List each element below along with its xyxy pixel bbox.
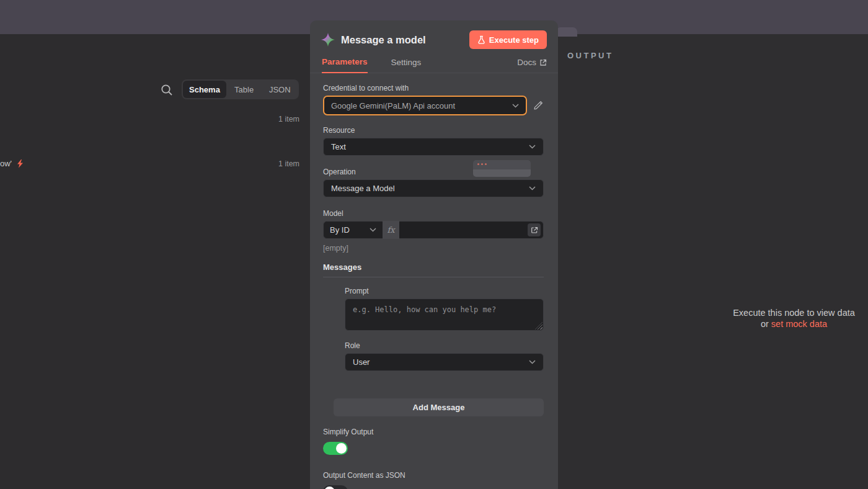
input-view-switcher: Schema Table JSON — [182, 79, 299, 99]
model-id-input[interactable] — [399, 221, 544, 239]
role-label: Role — [345, 341, 544, 350]
docs-label: Docs — [517, 58, 536, 67]
model-empty-hint: [empty] — [323, 244, 544, 253]
tab-schema[interactable]: Schema — [183, 81, 226, 98]
resource-label: Resource — [323, 126, 544, 135]
resource-select[interactable]: Text — [323, 138, 544, 156]
chevron-down-icon — [370, 228, 376, 232]
pencil-icon[interactable] — [533, 100, 544, 111]
modal-header: Message a model Execute step — [310, 20, 558, 49]
node-title: Message a model — [341, 34, 426, 46]
output-json-toggle[interactable] — [323, 485, 348, 489]
tab-json[interactable]: JSON — [262, 81, 298, 98]
prompt-label: Prompt — [345, 287, 544, 295]
node-settings-modal: Message a model Execute step Parameters … — [310, 20, 558, 489]
fading-parameter-tooltip — [473, 160, 531, 177]
chevron-down-icon — [529, 186, 536, 191]
node-name-truncated: ow' — [0, 159, 12, 168]
tab-settings[interactable]: Settings — [391, 58, 422, 73]
model-label: Model — [323, 209, 544, 218]
credential-value: Google Gemini(PaLM) Api account — [331, 101, 455, 110]
model-mode-select[interactable]: By ID — [323, 221, 383, 239]
output-empty-prefix: or — [761, 319, 771, 329]
role-select[interactable]: User — [345, 353, 544, 371]
modal-tabbar: Parameters Settings Docs — [310, 49, 558, 73]
credential-select[interactable]: Google Gemini(PaLM) Api account — [323, 96, 527, 115]
docs-link[interactable]: Docs — [517, 58, 547, 73]
resource-value: Text — [331, 142, 346, 151]
tab-parameters[interactable]: Parameters — [322, 57, 368, 73]
search-icon[interactable] — [160, 83, 174, 97]
set-mock-data-link[interactable]: set mock data — [771, 319, 827, 329]
simplify-output-toggle[interactable] — [323, 442, 348, 455]
output-panel: OUTPUT Execute this node to view data or… — [558, 34, 868, 489]
gemini-sparkle-icon — [321, 33, 335, 47]
operation-value: Message a Model — [331, 184, 395, 193]
role-value: User — [353, 357, 370, 367]
messages-section-title: Messages — [323, 262, 544, 272]
chevron-down-icon — [529, 145, 536, 149]
item-count-badge: 1 item — [278, 159, 299, 168]
ellipsis-dots — [477, 163, 487, 165]
external-link-icon — [539, 59, 547, 66]
execute-step-label: Execute step — [489, 35, 539, 45]
credential-label: Credential to connect with — [323, 84, 544, 92]
background-node-fragment — [556, 27, 577, 37]
output-empty-state: Execute this node to view data or set mo… — [724, 307, 864, 330]
simplify-output-label: Simplify Output — [323, 428, 544, 436]
chevron-down-icon — [512, 104, 519, 108]
toggle-knob — [336, 443, 347, 454]
execute-step-button[interactable]: Execute step — [469, 30, 547, 49]
expression-toggle-button[interactable]: fx — [383, 221, 399, 239]
model-mode-value: By ID — [330, 225, 350, 235]
schema-node-row[interactable]: ow' 1 item — [0, 159, 299, 168]
parameters-form: Credential to connect with Google Gemini… — [310, 73, 558, 489]
output-json-label: Output Content as JSON — [323, 471, 544, 480]
tab-table[interactable]: Table — [226, 81, 262, 98]
output-empty-text: Execute this node to view data — [733, 308, 855, 318]
item-count-badge: 1 item — [278, 115, 299, 123]
operation-select[interactable]: Message a Model — [323, 179, 544, 197]
section-divider — [323, 277, 544, 277]
add-message-button[interactable]: Add Message — [334, 398, 544, 416]
output-panel-title: OUTPUT — [567, 51, 613, 60]
lightning-icon — [16, 159, 24, 168]
flask-icon — [477, 35, 485, 44]
prompt-textarea[interactable] — [345, 298, 544, 331]
toggle-knob — [324, 487, 335, 489]
expand-icon[interactable] — [528, 223, 541, 236]
input-panel: Schema Table JSON 1 item ow' 1 item — [0, 34, 310, 489]
chevron-down-icon — [529, 360, 536, 364]
